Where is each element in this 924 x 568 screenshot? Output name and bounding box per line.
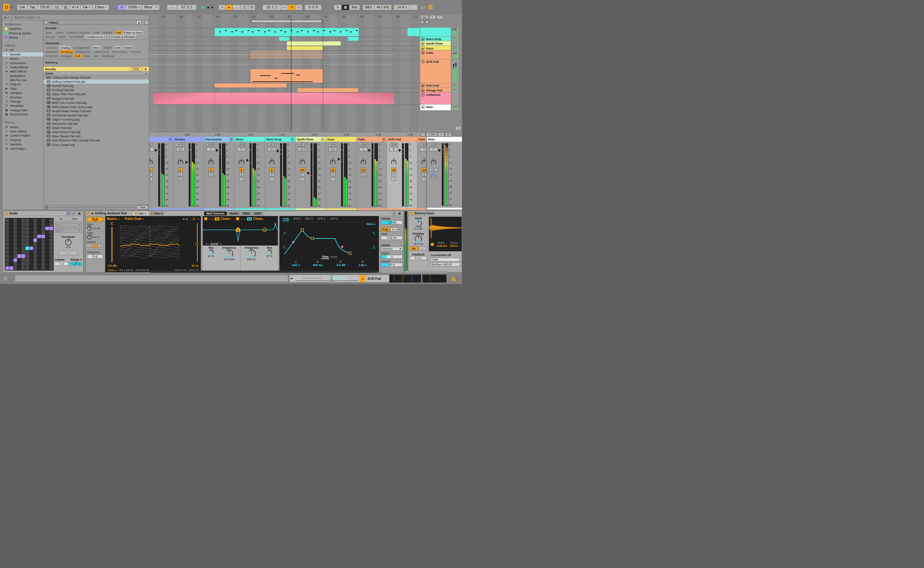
- channel-header[interactable]: Bass Drop▼: [265, 137, 295, 142]
- play-button[interactable]: ▶: [202, 5, 205, 10]
- sidebar-item-all[interactable]: ⫴All: [2, 48, 43, 52]
- transpose-knob[interactable]: [65, 239, 71, 246]
- ir-file-dropdown[interactable]: Berliner Hall LR: [430, 263, 460, 266]
- unison-mode-menu[interactable]: Shimmer▼: [381, 247, 403, 251]
- filter-chip-basic[interactable]: Basic: [92, 46, 101, 49]
- clear-filters-button[interactable]: Clear: [129, 67, 142, 71]
- tab-mod-sources[interactable]: Mod Sources: [204, 211, 227, 215]
- solo-button[interactable]: S: [270, 173, 274, 176]
- scale-grid-cell[interactable]: [17, 246, 21, 250]
- transpose-field[interactable]: 0 st: [87, 254, 103, 259]
- volume-field[interactable]: 0: [389, 148, 398, 151]
- follow-button[interactable]: →‥: [167, 5, 177, 10]
- new-midi-button[interactable]: +: [218, 5, 225, 10]
- scale-grid-cell[interactable]: [41, 227, 45, 230]
- playhead-line[interactable]: [291, 20, 291, 130]
- peak-level-field[interactable]: -10.8: [237, 143, 245, 147]
- mixer-channel-synth-riser[interactable]: Synth Riser▼-47.4-18.010S◑60612182430364…: [295, 137, 326, 210]
- sidebar-item-instruments[interactable]: ◷Instruments: [2, 60, 43, 65]
- scale-grid-cell[interactable]: [6, 231, 9, 234]
- metronome-icon[interactable]: ||||: [52, 5, 61, 10]
- save-preset-icon[interactable]: ▣: [397, 211, 402, 215]
- solo-button[interactable]: S: [178, 173, 183, 176]
- scale-grid-cell[interactable]: [30, 250, 33, 254]
- info-icon[interactable]: i: [3, 276, 8, 281]
- clip[interactable]: [251, 51, 323, 59]
- punch-in-field[interactable]: 53. 1. 1: [262, 5, 281, 10]
- volume-fader[interactable]: [369, 143, 374, 208]
- filter2-freq-knob[interactable]: Frequency640 Hz: [242, 246, 262, 272]
- scale-grid-cell[interactable]: [37, 258, 41, 262]
- env-target-menu[interactable]: None ▾: [367, 222, 376, 226]
- solo-button[interactable]: S: [330, 173, 335, 176]
- filter-chip-lofi-vinyl[interactable]: Lofi & Vinyl: [93, 50, 110, 53]
- track-header-keys[interactable]: ▶Keys: [420, 46, 451, 50]
- volume-field[interactable]: -0.2: [268, 148, 276, 151]
- peak-level-field[interactable]: -11.3: [268, 143, 276, 147]
- filter-chip-piano-keys[interactable]: Piano & Keys: [124, 31, 143, 34]
- fader-handle[interactable]: [307, 172, 310, 175]
- sidebar-item-add-folder-[interactable]: ⊞Add Folder...: [2, 146, 43, 150]
- filters-edit-button[interactable]: ▦Edit: [136, 21, 148, 24]
- filter-chip-voice[interactable]: Voice: [58, 35, 67, 38]
- scale-grid-cell[interactable]: [30, 254, 33, 258]
- pan-knob[interactable]: [149, 160, 153, 165]
- scale-grid-cell[interactable]: [30, 227, 33, 230]
- solo-button[interactable]: S: [149, 173, 152, 176]
- scale-grid-cell[interactable]: [21, 227, 25, 230]
- scale-grid-cell[interactable]: [41, 222, 45, 226]
- peak-level-field[interactable]: -0.30: [429, 143, 438, 147]
- device-on-toggle[interactable]: [87, 212, 91, 215]
- filter-group-title[interactable]: Character ▼: [45, 41, 148, 46]
- sidebar-item-clips[interactable]: ▶Clips: [2, 86, 43, 91]
- monitor-button[interactable]: ◑: [391, 177, 396, 181]
- device-fold-icon[interactable]: ▶: [92, 212, 94, 215]
- filter-chip-synthetic[interactable]: Synthetic: [101, 54, 115, 58]
- scale-grid-cell[interactable]: [17, 266, 21, 270]
- wavetable-name-menu[interactable]: Pulse Dual ▼: [125, 217, 144, 221]
- solo-button[interactable]: S: [239, 173, 244, 176]
- scale-root-menu[interactable]: C#/Db▾: [126, 5, 142, 10]
- track-lane-main[interactable]: [149, 104, 420, 110]
- scale-grid-cell[interactable]: [6, 266, 9, 270]
- sidebar-item-audio-effects[interactable]: ‖⁞Audio Effects: [2, 65, 43, 69]
- computer-midi-keyboard-button[interactable]: ▦: [341, 5, 349, 10]
- fx1-field[interactable]: FX 1 0.0 %: [120, 269, 133, 272]
- pan-knob[interactable]: [330, 160, 336, 165]
- scale-grid-cell[interactable]: [25, 250, 29, 254]
- volume-field[interactable]: 0: [207, 148, 215, 151]
- time-ruler[interactable]: 1:001:051:101:151:201:251:301:35: [149, 132, 420, 137]
- scale-grid-cell[interactable]: [49, 235, 53, 238]
- filter2-slope-badge[interactable]: 12: [247, 218, 252, 221]
- unison-amount-field[interactable]: 38 %: [381, 263, 403, 267]
- quantize-menu[interactable]: 2 Bars▾: [92, 5, 109, 10]
- clip[interactable]: [215, 28, 359, 36]
- glide-field[interactable]: 0.00 ms: [381, 236, 403, 240]
- mixer-channel-main[interactable]: Main-0.300Solo6061218243036424860: [427, 137, 462, 209]
- scale-grid-cell[interactable]: [41, 250, 45, 254]
- list-view-icon[interactable]: ☰: [192, 217, 195, 221]
- scale-grid-cell[interactable]: [30, 231, 33, 234]
- filter-chip-arpeggiated[interactable]: Arpeggiated: [73, 46, 90, 49]
- next-table-icon[interactable]: ▸: [186, 217, 188, 221]
- list-item[interactable]: MPE Con Amore Pad.adg: [44, 101, 149, 105]
- list-item[interactable]: Fizzling Pad.adv: [44, 88, 149, 92]
- scale-grid-cell[interactable]: [9, 235, 13, 238]
- sidebar-item-user-library[interactable]: ♙User Library: [2, 129, 43, 133]
- scale-grid-cell[interactable]: [21, 266, 25, 270]
- clip[interactable]: …: [153, 93, 394, 104]
- playback-speed-field[interactable]: 1.00x: [426, 132, 437, 136]
- scale-grid-cell[interactable]: [45, 254, 49, 258]
- device-on-toggle[interactable]: [410, 212, 413, 215]
- list-item[interactable]: MPE Dream Grain Drone.adg: [44, 105, 149, 109]
- scale-grid-cell[interactable]: [41, 242, 45, 246]
- scale-grid-cell[interactable]: [17, 219, 21, 222]
- filter2-mode-menu[interactable]: Clean▼: [253, 217, 264, 221]
- scale-grid-cell[interactable]: [17, 222, 21, 226]
- volume-field[interactable]: -5.0 dB: [381, 221, 403, 224]
- mixer-channel-ms[interactable]: ms▼3101S●6061218243036424860: [149, 137, 173, 210]
- scale-grid-cell[interactable]: [9, 266, 13, 270]
- pan-knob[interactable]: [431, 160, 436, 165]
- sidebar-item-samples[interactable]: ▥Samples: [2, 91, 43, 95]
- solo-button[interactable]: Solo: [429, 168, 438, 172]
